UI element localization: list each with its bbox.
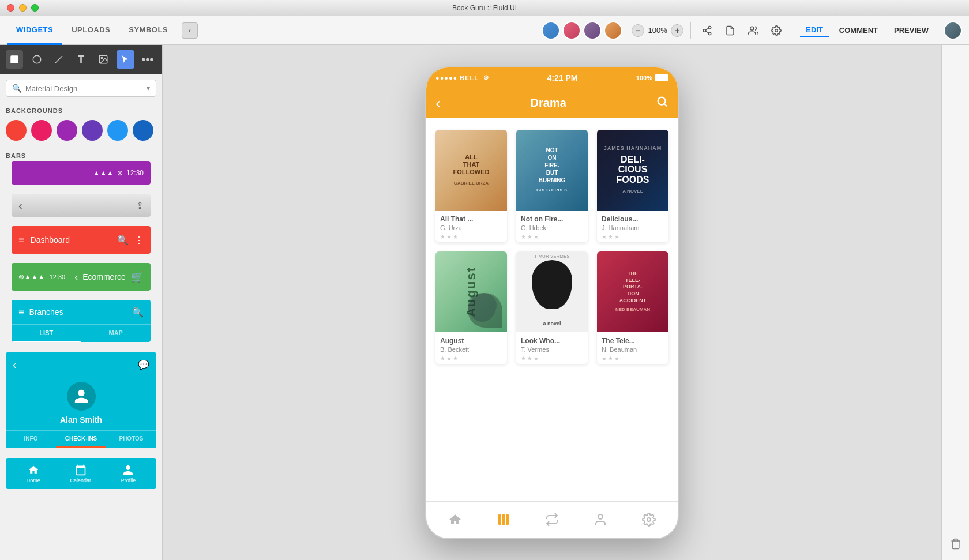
calendar-nav-item[interactable]: Calendar — [70, 464, 91, 483]
ecom-back-icon: ‹ — [74, 271, 78, 283]
book-info-1: All That ... G. Urza ★★★ — [435, 211, 507, 242]
users-button[interactable] — [744, 21, 763, 40]
image-tool[interactable] — [95, 50, 112, 69]
ecommerce-label: Ecommerce — [82, 272, 126, 281]
svg-rect-16 — [506, 514, 509, 525]
book-stars-3: ★★★ — [602, 234, 664, 240]
edit-button[interactable]: EDIT — [800, 23, 829, 37]
profile-photos-tab[interactable]: PHOTOS — [106, 431, 156, 448]
book-title-3: Delicious... — [602, 215, 664, 223]
bars-label: BARS — [0, 148, 162, 161]
color-swatch-blue[interactable] — [107, 120, 128, 141]
phone-mockup: ●●●●● BELL ⊛ 4:21 PM 100% ‹ Drama — [425, 66, 679, 539]
profile-nav-item[interactable]: Profile — [121, 464, 136, 483]
trash-button[interactable] — [945, 533, 966, 554]
dashboard-bar[interactable]: ≡ Dashboard 🔍 ⋮ — [12, 226, 151, 254]
branches-list-tab[interactable]: LIST — [12, 325, 81, 342]
phone-search-button[interactable] — [656, 95, 668, 111]
carrier-text: ●●●●● BELL — [435, 74, 479, 81]
profile-checkins-tab[interactable]: CHECK-INS — [56, 431, 106, 448]
book-author-1: G. Urza — [440, 224, 502, 231]
color-swatch-deep-purple[interactable] — [82, 120, 103, 141]
svg-point-1 — [703, 29, 706, 32]
zoom-out-button[interactable]: − — [632, 24, 644, 37]
text-tool[interactable]: T — [72, 50, 89, 69]
phone-back-button[interactable]: ‹ — [435, 94, 441, 112]
share-button[interactable] — [698, 21, 716, 40]
book-author-4: B. Beckett — [440, 346, 502, 353]
color-swatch-red[interactable] — [6, 120, 27, 141]
zoom-in-button[interactable]: + — [671, 24, 683, 37]
wifi-status-icon: ⊛ — [483, 74, 489, 81]
left-sidebar: T ••• 🔍 ▾ BACKGROUNDS BARS — [0, 45, 163, 560]
close-button[interactable] — [7, 4, 14, 12]
book-stars-5: ★★★ — [521, 355, 583, 362]
branches-bar[interactable]: ≡ Branches 🔍 LIST MAP — [12, 300, 151, 342]
book-card-4[interactable]: August August B. Beckett ★★★ — [435, 251, 507, 364]
avatar-3[interactable] — [583, 21, 602, 40]
svg-point-18 — [647, 518, 651, 521]
bottom-nav-widget[interactable]: Home Calendar Profile — [6, 458, 156, 489]
home-nav-item[interactable]: Home — [27, 464, 40, 483]
color-swatch-pink[interactable] — [31, 120, 52, 141]
book-info-2: Not on Fire... G. Hrbek ★★★ — [516, 211, 588, 242]
profile-info-tab[interactable]: INFO — [6, 431, 56, 448]
book-card-2[interactable]: NOTONFIRE.BUTBURNING GREG HRBEK Not on F… — [516, 130, 588, 242]
user-avatar[interactable] — [944, 21, 962, 40]
gray-nav-bar[interactable]: ‹ ⇪ — [12, 194, 151, 217]
circle-tool[interactable] — [28, 50, 45, 69]
collapse-panel-button[interactable]: ‹ — [182, 22, 198, 39]
search-icon: 🔍 — [12, 84, 22, 93]
profile-card[interactable]: ‹ 💬 Alan Smith INFO CHECK-INS PHOTOS — [6, 352, 156, 448]
rect-tool[interactable] — [6, 50, 23, 69]
home-label: Home — [27, 478, 40, 483]
battery-icon — [655, 74, 668, 81]
branches-search-icon: 🔍 — [132, 307, 144, 318]
preview-button[interactable]: PREVIEW — [888, 24, 934, 37]
book-card-6[interactable]: THETELE-PORTA-TIONACCIDENT NED BEAUMAN T… — [597, 251, 668, 364]
more-tools-button[interactable]: ••• — [139, 50, 156, 69]
zoom-controls: − 100% + — [632, 24, 683, 37]
maximize-button[interactable] — [31, 4, 39, 12]
tab-symbols[interactable]: SYMBOLS — [119, 16, 177, 45]
phone-nav-user[interactable] — [594, 513, 607, 527]
toolbar-right: − 100% + EDIT COMMENT PREVIEW — [542, 21, 962, 40]
comment-button[interactable]: COMMENT — [833, 24, 884, 37]
divider-1 — [690, 22, 691, 39]
color-swatch-purple[interactable] — [57, 120, 77, 141]
settings-button[interactable] — [767, 21, 786, 40]
color-swatch-dark-blue[interactable] — [133, 120, 153, 141]
book-title-6: The Tele... — [602, 337, 664, 345]
ecommerce-bar[interactable]: ⊛▲▲▲ 12:30 ‹ Ecommerce 🛒 — [12, 263, 151, 291]
avatar-4[interactable] — [604, 21, 622, 40]
avatar-1[interactable] — [542, 21, 560, 40]
svg-line-9 — [55, 56, 62, 63]
book-card-1[interactable]: AllThatFollowed GABRIEL URZA All That ..… — [435, 130, 507, 242]
book-card-3[interactable]: JAMES HANNAHAM DELI-CIOUSFOODS A NOVEL D… — [597, 130, 668, 242]
right-panel — [941, 45, 969, 560]
branches-map-tab[interactable]: MAP — [81, 325, 151, 342]
book-info-3: Delicious... J. Hannaham ★★★ — [597, 211, 668, 242]
search-input[interactable] — [25, 84, 143, 93]
phone-nav-home[interactable] — [448, 513, 462, 527]
book-cover-4: August — [435, 251, 507, 332]
tab-widgets[interactable]: WIDGETS — [7, 16, 62, 45]
zoom-level: 100% — [647, 26, 668, 35]
avatar-2[interactable] — [562, 21, 581, 40]
line-tool[interactable] — [50, 50, 67, 69]
tab-uploads[interactable]: UPLOADS — [62, 16, 119, 45]
book-author-6: N. Beauman — [602, 346, 664, 353]
widget-toolbar: T ••• — [0, 45, 162, 74]
phone-nav-exchange[interactable] — [545, 513, 559, 527]
purple-status-bar[interactable]: ▲▲▲ ⊛ 12:30 — [12, 161, 151, 185]
phone-nav-settings[interactable] — [642, 513, 656, 527]
phone-screen-title: Drama — [441, 96, 656, 110]
phone-nav-books[interactable] — [497, 513, 510, 527]
book-card-5[interactable]: a novel TIMUR VERMES Look Who... T. Verm… — [516, 251, 588, 364]
book-grid: AllThatFollowed GABRIEL URZA All That ..… — [426, 118, 678, 375]
book-author-3: J. Hannaham — [602, 224, 664, 231]
export-button[interactable] — [721, 21, 739, 40]
minimize-button[interactable] — [19, 4, 27, 12]
dropdown-arrow-icon[interactable]: ▾ — [147, 84, 150, 92]
pointer-tool[interactable] — [117, 50, 134, 69]
